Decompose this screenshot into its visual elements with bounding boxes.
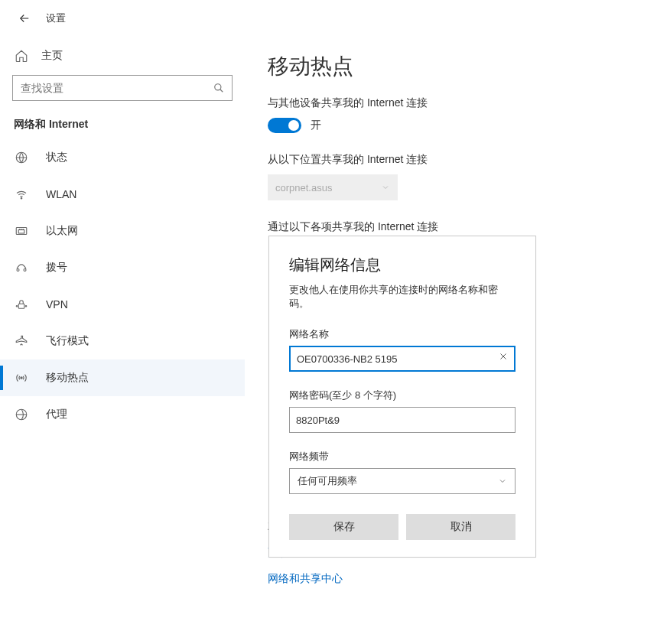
ethernet-icon	[14, 224, 29, 238]
home-link[interactable]: 主页	[0, 43, 245, 69]
svg-rect-7	[18, 304, 24, 308]
edit-network-dialog: 编辑网络信息 更改他人在使用你共享的连接时的网络名称和密码。 网络名称 网络密码…	[268, 236, 536, 558]
svg-point-8	[16, 306, 18, 307]
svg-point-5	[17, 269, 19, 272]
sidebar-item-label: 拨号	[46, 261, 67, 275]
svg-rect-4	[18, 230, 24, 234]
sidebar: 主页 网络和 Internet 状态 WLAN 以太网 拨号 VPN	[0, 37, 245, 644]
search-input[interactable]	[21, 82, 213, 94]
network-band-label: 网络频带	[289, 450, 516, 463]
home-icon	[14, 49, 29, 63]
share-via-label: 通过以下各项共享我的 Internet 连接	[268, 220, 670, 234]
sidebar-item-label: WLAN	[46, 188, 76, 200]
link-network-sharing[interactable]: 网络和共享中心	[268, 572, 670, 586]
sidebar-item-hotspot[interactable]: 移动热点	[0, 359, 245, 396]
share-from-value: corpnet.asus	[275, 182, 332, 194]
network-band-select[interactable]: 任何可用频率	[289, 468, 516, 494]
hotspot-icon	[14, 371, 29, 385]
chevron-down-icon	[498, 476, 507, 486]
sidebar-item-ethernet[interactable]: 以太网	[0, 213, 245, 249]
page-title: 移动热点	[268, 52, 670, 81]
sidebar-item-label: VPN	[46, 298, 68, 311]
proxy-icon	[14, 408, 29, 421]
share-label: 与其他设备共享我的 Internet 连接	[268, 96, 670, 110]
svg-point-0	[215, 84, 221, 90]
home-label: 主页	[41, 49, 63, 63]
sidebar-item-dialup[interactable]: 拨号	[0, 249, 245, 286]
arrow-left-icon	[18, 11, 31, 25]
toggle-knob	[288, 120, 299, 131]
sidebar-item-label: 移动热点	[46, 371, 89, 385]
sidebar-item-vpn[interactable]: VPN	[0, 286, 245, 323]
sidebar-item-label: 代理	[46, 408, 67, 421]
clear-input-button[interactable]	[499, 352, 508, 361]
status-icon	[14, 151, 29, 164]
window-header: 设置	[0, 0, 670, 37]
search-icon	[213, 83, 224, 93]
network-name-label: 网络名称	[289, 327, 516, 341]
cancel-button[interactable]: 取消	[406, 514, 516, 540]
share-from-label: 从以下位置共享我的 Internet 连接	[268, 153, 670, 167]
network-name-input[interactable]	[289, 346, 516, 372]
sidebar-item-airplane[interactable]: 飞行模式	[0, 323, 245, 359]
wifi-icon	[14, 187, 29, 201]
share-from-select: corpnet.asus	[268, 174, 398, 200]
svg-point-2	[21, 198, 22, 200]
settings-title: 设置	[46, 11, 66, 25]
sidebar-item-status[interactable]: 状态	[0, 139, 245, 176]
back-button[interactable]	[12, 6, 37, 31]
sidebar-item-wlan[interactable]: WLAN	[0, 176, 245, 213]
airplane-icon	[14, 334, 29, 348]
search-input-box[interactable]	[12, 75, 233, 101]
sidebar-item-label: 以太网	[46, 224, 78, 238]
dialog-description: 更改他人在使用你共享的连接时的网络名称和密码。	[289, 283, 516, 311]
chevron-down-icon	[381, 183, 390, 192]
dialup-icon	[14, 261, 29, 275]
save-button[interactable]: 保存	[289, 514, 398, 540]
toggle-state-label: 开	[311, 119, 321, 132]
sidebar-item-label: 状态	[46, 151, 67, 164]
svg-point-6	[24, 269, 26, 272]
network-password-label: 网络密码(至少 8 个字符)	[289, 389, 516, 402]
sidebar-item-proxy[interactable]: 代理	[0, 396, 245, 433]
svg-point-10	[21, 377, 22, 379]
sidebar-category: 网络和 Internet	[0, 112, 245, 139]
vpn-icon	[14, 298, 29, 311]
dialog-title: 编辑网络信息	[289, 255, 516, 275]
network-password-input[interactable]	[289, 407, 516, 433]
close-icon	[499, 352, 508, 361]
hotspot-toggle[interactable]	[268, 118, 301, 133]
network-band-value: 任何可用频率	[298, 474, 357, 488]
svg-point-9	[25, 306, 27, 307]
sidebar-item-label: 飞行模式	[46, 334, 89, 348]
